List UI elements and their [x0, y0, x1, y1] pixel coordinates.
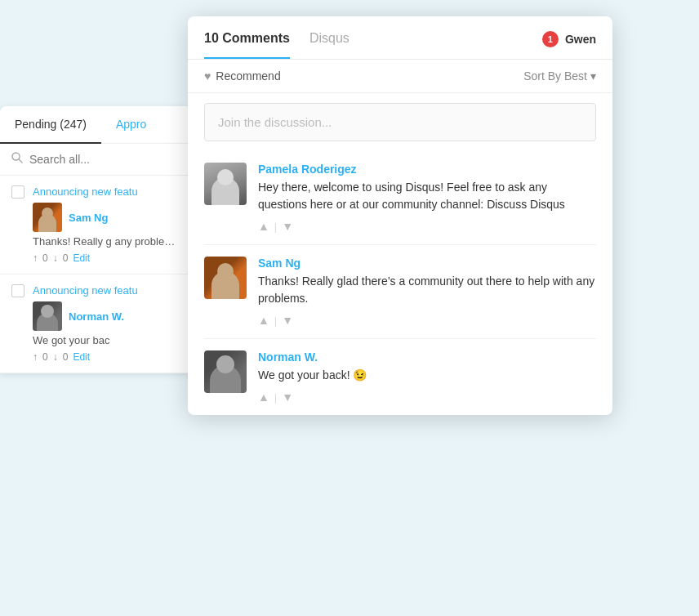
- upvote-arrow[interactable]: ▲: [258, 314, 269, 327]
- upvote-count: 0: [42, 351, 48, 363]
- disqus-header: 10 Comments Disqus 1 Gwen: [188, 16, 612, 60]
- tab-approved[interactable]: Appro: [101, 106, 161, 143]
- heart-icon: ♥: [204, 69, 211, 83]
- downvote-arrow[interactable]: ▼: [282, 314, 293, 327]
- downvote-icon: ↓: [53, 351, 58, 363]
- tab-disqus[interactable]: Disqus: [309, 31, 350, 59]
- edit-link[interactable]: Edit: [73, 351, 90, 363]
- downvote-arrow[interactable]: ▼: [282, 220, 293, 233]
- edit-link[interactable]: Edit: [73, 252, 90, 264]
- comment-author: Pamela Roderigez: [258, 163, 596, 176]
- comment-preview-text: Thanks! Really g any problems.: [33, 235, 180, 248]
- tab-pending[interactable]: Pending (247): [0, 106, 101, 144]
- tab-comments[interactable]: 10 Comments: [204, 31, 290, 59]
- sort-button[interactable]: Sort By Best ▾: [523, 69, 596, 83]
- disqus-toolbar: ♥ Recommend Sort By Best ▾: [188, 60, 612, 93]
- comment-author-name: Norman W.: [69, 310, 124, 323]
- upvote-icon: ↑: [33, 252, 38, 264]
- avatar-norman: [33, 301, 62, 331]
- downvote-icon: ↓: [53, 252, 58, 264]
- avatar-sam-lg: [204, 257, 247, 299]
- disqus-popup: 10 Comments Disqus 1 Gwen ♥ Recommend So…: [188, 16, 612, 415]
- comment-preview-text: We got your bac: [33, 334, 180, 346]
- chevron-down-icon: ▾: [590, 69, 596, 83]
- upvote-count: 0: [42, 252, 48, 264]
- comment-body: Pamela Roderigez Hey there, welcome to u…: [258, 163, 596, 233]
- vote-divider: |: [274, 315, 277, 327]
- comment-author: Sam Ng: [258, 257, 596, 270]
- notification-badge[interactable]: 1: [542, 31, 559, 47]
- comment-entry: Norman W. We got your back! 😉 ▲ | ▼: [204, 339, 596, 415]
- downvote-arrow[interactable]: ▼: [282, 391, 293, 404]
- comment-text: Thanks! Really glad there’s a community …: [258, 273, 596, 307]
- search-icon: [11, 152, 23, 167]
- avatar-sam: [33, 203, 62, 232]
- avatar-norman-lg: [204, 350, 247, 393]
- recommend-label: Recommend: [216, 69, 280, 83]
- comment-author-name: Sam Ng: [69, 212, 108, 224]
- comment-author: Norman W.: [258, 350, 596, 364]
- downvote-count: 0: [63, 351, 69, 363]
- user-area: 1 Gwen: [542, 31, 596, 59]
- comment-entry: Sam Ng Thanks! Really glad there’s a com…: [204, 245, 596, 339]
- downvote-count: 0: [63, 252, 69, 264]
- select-checkbox[interactable]: [11, 284, 24, 297]
- comment-entry: Pamela Roderigez Hey there, welcome to u…: [204, 151, 596, 245]
- sort-label: Sort By Best: [523, 69, 587, 83]
- disqus-tabs: 10 Comments Disqus: [204, 31, 542, 59]
- upvote-icon: ↑: [33, 351, 38, 363]
- comment-body: Sam Ng Thanks! Really glad there’s a com…: [258, 257, 596, 327]
- svg-line-1: [19, 159, 22, 163]
- avatar-pamela: [204, 163, 247, 205]
- comment-text: We got your back! 😉: [258, 367, 596, 384]
- vote-divider: |: [274, 391, 277, 404]
- vote-row: ▲ | ▼: [258, 391, 596, 404]
- vote-row: ▲ | ▼: [258, 314, 596, 327]
- comment-text: Hey there, welcome to using Disqus! Feel…: [258, 179, 596, 213]
- comment-body: Norman W. We got your back! 😉 ▲ | ▼: [258, 350, 596, 404]
- username: Gwen: [565, 33, 596, 46]
- vote-row: ▲ | ▼: [258, 220, 596, 233]
- comments-list: Pamela Roderigez Hey there, welcome to u…: [188, 151, 612, 415]
- recommend-button[interactable]: ♥ Recommend: [204, 69, 281, 83]
- upvote-arrow[interactable]: ▲: [258, 391, 269, 404]
- upvote-arrow[interactable]: ▲: [258, 220, 269, 233]
- select-checkbox[interactable]: [11, 185, 24, 199]
- discussion-input[interactable]: Join the discussion...: [204, 103, 596, 141]
- vote-divider: |: [274, 221, 277, 233]
